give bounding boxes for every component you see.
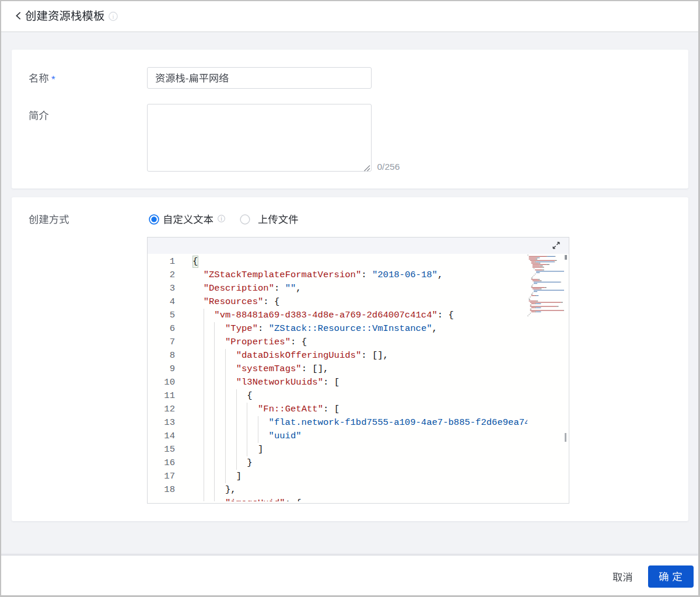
svg-text:i: i bbox=[112, 13, 114, 20]
svg-text:i: i bbox=[220, 216, 222, 222]
